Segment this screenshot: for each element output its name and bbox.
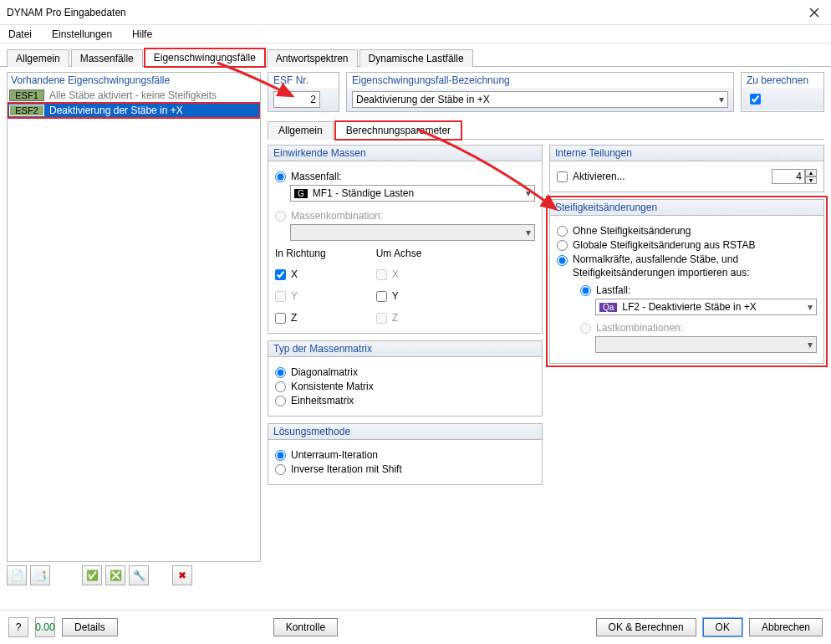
radio-masscomb <box>275 211 286 222</box>
axis-head: Um Achse <box>376 248 422 259</box>
kontrolle-button[interactable]: Kontrolle <box>273 618 338 636</box>
dir-head: In Richtung <box>275 248 326 259</box>
case-row-esf1[interactable]: ESF1 Alle Stäbe aktiviert - keine Steifi… <box>8 88 260 103</box>
esf-desc-label: Eigenschwingungsfall-Bezeichnung <box>347 73 733 88</box>
params-right: Interne Teilungen Aktivieren... ▲▼ Steif… <box>549 145 824 485</box>
case-list: ESF1 Alle Stäbe aktiviert - keine Steifi… <box>7 88 261 562</box>
radio-inverse-shift[interactable] <box>275 464 286 475</box>
masses-fieldset: Einwirkende Massen Massenfall: G MF1 - S… <box>268 145 543 334</box>
divisions-legend: Interne Teilungen <box>550 146 823 161</box>
check-icon[interactable]: ✅ <box>82 565 102 585</box>
uncheck-icon[interactable]: ❎ <box>105 565 125 585</box>
check-activate-divisions[interactable] <box>557 171 568 182</box>
menu-settings[interactable]: Einstellungen <box>47 27 117 42</box>
masscomb-label: Massenkombination: <box>291 210 383 222</box>
chevron-down-icon: ▾ <box>719 94 724 105</box>
units-icon[interactable]: 0.00 <box>35 617 55 637</box>
sub-tabs: Allgemein Berechnungsparameter <box>268 120 824 140</box>
chevron-down-icon: ▾ <box>808 339 813 350</box>
case-badge: ESF2 <box>9 105 44 116</box>
solver-fieldset: Lösungsmethode Unterraum-Iteration Inver… <box>268 423 543 485</box>
esf-desc-panel: Eigenschwingungsfall-Bezeichnung Deaktiv… <box>346 72 734 112</box>
new-case-icon[interactable]: 📄 <box>7 565 27 585</box>
chevron-down-icon: ▾ <box>526 187 531 199</box>
radio-global-rstab[interactable] <box>557 240 568 251</box>
params-area: Einwirkende Massen Massenfall: G MF1 - S… <box>268 145 824 485</box>
calc-checkbox[interactable] <box>750 94 761 105</box>
radio-no-stiffness[interactable] <box>557 226 568 237</box>
esf-nr-input[interactable] <box>273 91 320 108</box>
menubar: Datei Einstellungen Hilfe <box>0 25 831 43</box>
case-row-esf2[interactable]: ESF2 Deaktivierung der Stäbe in +X <box>8 103 260 118</box>
solver-legend: Lösungsmethode <box>268 424 542 440</box>
calc-label: Zu berechnen <box>742 73 823 88</box>
divisions-spinner[interactable]: ▲▼ <box>772 169 817 184</box>
radio-consistent[interactable] <box>275 381 286 392</box>
tag-qa-icon: Qa <box>599 303 617 312</box>
divisions-value[interactable] <box>772 169 805 184</box>
lastkomb-select: ▾ <box>595 336 817 353</box>
copy-case-icon[interactable]: 📑 <box>30 565 50 585</box>
matrix-fieldset: Typ der Massenmatrix Diagonalmatrix Kons… <box>268 340 543 417</box>
left-column: Vorhandene Eigenschwingungsfälle ESF1 Al… <box>7 72 261 589</box>
case-desc: Deaktivierung der Stäbe in +X <box>49 105 183 116</box>
titlebar: DYNAM Pro Eingabedaten <box>0 0 831 25</box>
menu-file[interactable]: Datei <box>3 27 37 42</box>
check-dir-x[interactable] <box>275 269 286 280</box>
tab-dynamische-lastfaelle[interactable]: Dynamische Lastfälle <box>359 49 473 67</box>
massfall-label: Massenfall: <box>291 171 342 182</box>
check-dir-z[interactable] <box>275 313 286 324</box>
radio-subspace[interactable] <box>275 450 286 461</box>
radio-diagonal[interactable] <box>275 367 286 378</box>
tab-massenfaelle[interactable]: Massenfälle <box>71 49 143 67</box>
stiffness-legend: Steifigkeitsänderungen <box>550 200 823 216</box>
radio-lastkomb <box>580 323 591 334</box>
esf-desc-select[interactable]: Deaktivierung der Stäbe in +X ▾ <box>352 91 728 108</box>
case-desc: Alle Stäbe aktiviert - keine Steifigkeit… <box>49 89 217 101</box>
masses-legend: Einwirkende Massen <box>268 146 542 161</box>
radio-lastfall[interactable] <box>580 285 591 296</box>
header-row: ESF Nr. Eigenschwingungsfall-Bezeichnung… <box>268 72 824 112</box>
ok-calc-button[interactable]: OK & Berechnen <box>596 618 696 636</box>
spin-down-icon[interactable]: ▼ <box>805 176 817 184</box>
main-tabs: Allgemein Massenfälle Eigenschwingungsfä… <box>0 43 831 67</box>
delete-icon[interactable]: ✖ <box>172 565 192 585</box>
case-toolbar: 📄 📑 ✅ ❎ 🔧 ✖ <box>7 562 261 589</box>
check-axis-y[interactable] <box>376 291 387 302</box>
spin-up-icon[interactable]: ▲ <box>805 169 817 176</box>
right-column: ESF Nr. Eigenschwingungsfall-Bezeichnung… <box>268 72 824 589</box>
chevron-down-icon: ▾ <box>808 301 813 313</box>
details-button[interactable]: Details <box>62 618 118 636</box>
tab-antwortspektren[interactable]: Antwortspektren <box>267 49 358 67</box>
footer: ? 0.00 Details Kontrolle OK & Berechnen … <box>0 610 831 644</box>
radio-unit[interactable] <box>275 396 286 406</box>
window-title: DYNAM Pro Eingabedaten <box>7 7 804 18</box>
esf-nr-panel: ESF Nr. <box>268 72 339 112</box>
content-area: Vorhandene Eigenschwingungsfälle ESF1 Al… <box>0 67 831 594</box>
tab-eigenschwingungsfaelle[interactable]: Eigenschwingungsfälle <box>145 49 265 67</box>
tab-allgemein[interactable]: Allgemein <box>7 49 69 67</box>
cancel-button[interactable]: Abbrechen <box>749 618 823 636</box>
menu-help[interactable]: Hilfe <box>127 27 157 42</box>
subtab-berechnungsparameter[interactable]: Berechnungsparameter <box>335 121 461 140</box>
masscomb-select: ▾ <box>290 224 535 241</box>
help-icon[interactable]: ? <box>8 617 28 637</box>
stiffness-fieldset: Steifigkeitsänderungen Ohne Steifigkeits… <box>549 199 824 364</box>
params-left: Einwirkende Massen Massenfall: G MF1 - S… <box>268 145 543 485</box>
subtab-allgemein[interactable]: Allgemein <box>268 121 334 140</box>
radio-massfall[interactable] <box>275 171 286 182</box>
close-button[interactable] <box>804 3 824 23</box>
check-axis-x <box>376 269 387 280</box>
matrix-legend: Typ der Massenmatrix <box>268 341 542 357</box>
lastfall-select[interactable]: Qa LF2 - Deaktivierte Stäbe in +X ▾ <box>595 299 817 315</box>
calc-panel: Zu berechnen <box>741 72 824 112</box>
massfall-select[interactable]: G MF1 - Ständige Lasten ▾ <box>290 185 535 202</box>
massfall-value: MF1 - Ständige Lasten <box>313 187 414 199</box>
lastfall-value: LF2 - Deaktivierte Stäbe in +X <box>622 301 756 313</box>
esf-nr-label: ESF Nr. <box>268 73 339 88</box>
tag-g-icon: G <box>294 189 308 198</box>
radio-import-from[interactable] <box>557 255 568 266</box>
settings-icon[interactable]: 🔧 <box>129 565 149 585</box>
check-dir-y <box>275 291 286 302</box>
ok-button[interactable]: OK <box>703 618 742 636</box>
